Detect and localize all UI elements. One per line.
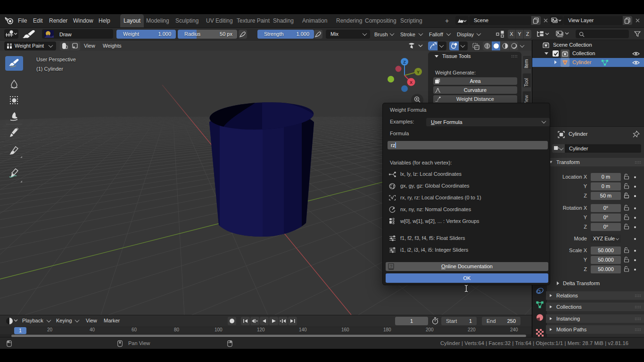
- svg-text:Z: Z: [403, 60, 406, 65]
- svg-text:Y: Y: [417, 70, 420, 74]
- svg-text:?: ?: [390, 264, 392, 269]
- svg-text:X: X: [410, 80, 413, 85]
